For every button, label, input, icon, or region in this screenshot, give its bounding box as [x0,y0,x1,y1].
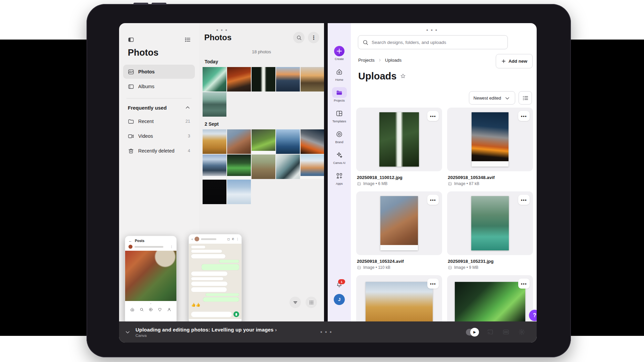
photo-aurora-over-bridge[interactable] [227,155,251,179]
card-filename: 20250918_105324.avif [357,259,442,264]
photo-tree-silhouette-sunset[interactable] [301,67,324,92]
sidebar-item-label: Recent [138,119,154,124]
cast-icon[interactable] [487,328,494,336]
profile-icon [167,307,171,312]
photo-rabbit-in-snow[interactable] [227,180,251,204]
breadcrumb-projects[interactable]: Projects [358,58,375,63]
rail-item-apps[interactable]: Apps [332,170,347,185]
photo-aerial-teal-river[interactable] [203,67,226,92]
card-meta: Image • 9 MB [448,265,533,270]
chat-bubble-incoming [191,254,225,258]
rail-item-canva-ai[interactable]: Canva AI [332,149,347,165]
photo-caption-strip [252,151,275,154]
photo-mountain-lake-reflection[interactable] [276,67,300,92]
chat-message-input [191,312,232,317]
photo-volcano-smoke[interactable] [301,129,324,154]
photo-cow-pasture[interactable] [252,155,275,179]
sidebar-item-recent[interactable]: Recent21 [123,114,195,128]
chat-bubble-incoming [191,282,227,286]
teal-valley-river-image [471,196,509,250]
card-more-button[interactable]: ••• [518,279,530,289]
frequently-used-heading: Frequently used [128,105,167,111]
photo-caption-strip [227,176,251,179]
chat-app-thumbnail[interactable]: ‹ ▢ ✆ ⋮ 👍👍 [189,234,242,324]
canva-rail: Create HomeProjectsTemplatesBrandCanva A… [328,23,351,343]
media-bar-handle[interactable]: • • • [320,329,332,335]
photo-blue-lake-mountains[interactable] [276,129,300,154]
card-filename: 20250918_105231.jpg [448,259,533,264]
templates-icon [336,110,343,117]
list-view-toggle[interactable] [519,91,532,105]
photo-island-lake-reflection[interactable] [203,92,226,117]
photo-waterfall-cave[interactable] [252,67,275,92]
star-icon[interactable] [400,73,406,79]
photo-aurora-sky[interactable] [252,129,275,154]
rail-item-brand[interactable]: Brand [332,129,347,144]
rail-item-projects[interactable]: Projects [332,87,347,102]
photos-more-button[interactable]: ⋮ [308,32,319,43]
split-view-divider[interactable] [324,23,328,343]
photo-glacier-ice[interactable] [276,155,300,179]
card-meta: Image • 110 kB [357,265,442,270]
settings-gear-icon[interactable] [518,328,525,336]
breadcrumb: Projects Uploads [358,58,401,63]
notifications-button[interactable]: 1 [336,282,342,289]
upload-card-20250918-110012-jpg[interactable]: •••20250918_110012.jpgImage • 6 MB [356,108,442,186]
plus-icon [501,59,506,64]
sidebar-item-albums[interactable]: Albums [123,79,195,94]
folder-icon [128,118,134,125]
image-file-icon [448,265,452,270]
rail-item-create[interactable]: Create [334,46,344,61]
chevron-up-icon[interactable] [184,105,191,111]
card-more-button[interactable]: ••• [427,279,439,289]
add-new-button[interactable]: Add new [496,54,533,68]
breadcrumb-uploads[interactable]: Uploads [385,58,402,63]
sidebar-toggle-icon[interactable] [128,37,134,43]
photo-caption-strip [301,176,324,179]
photo-canyon-sunset[interactable] [227,67,251,92]
photos-window-handle[interactable]: • • • [216,27,228,33]
view-options-icon[interactable] [184,37,191,43]
media-notification-bar[interactable]: Uploading and editing photos: Levelling … [119,321,537,343]
sidebar-item-videos[interactable]: Videos3 [123,129,195,143]
sidebar-item-recently-deleted[interactable]: Recently deleted4 [123,144,195,158]
sidebar-item-count: 4 [188,148,190,153]
painting-image [125,251,176,301]
photo-fjord-village[interactable] [203,155,226,179]
filter-button[interactable] [289,297,301,308]
rail-item-home[interactable]: Home [332,66,347,81]
sidebar-item-label: Videos [138,133,153,139]
card-more-button[interactable]: ••• [427,195,439,205]
chat-bubble-incoming [191,277,223,280]
upload-card-20250918-105324-avif[interactable]: •••20250918_105324.avifImage • 110 kB [356,191,442,270]
card-meta: Image • 87 kB [448,181,533,186]
photo-woman-portrait[interactable] [227,129,251,154]
upload-card-20250918-105231-jpg[interactable]: •••20250918_105231.jpgImage • 9 MB [447,191,533,270]
upload-card-20250918-105348-avif[interactable]: •••20250918_105348.avifImage • 87 kB [447,108,533,186]
user-avatar[interactable]: J [334,294,345,305]
sort-dropdown[interactable]: Newest edited [469,91,515,105]
sidebar-item-count: 3 [188,134,190,138]
posts-app-thumbnail[interactable]: ← Posts ⋮ • [125,236,177,324]
chat-bubble-incoming [191,287,227,292]
rail-item-templates[interactable]: Templates [332,108,347,123]
card-filename: 20250918_110012.jpg [357,175,442,180]
card-meta-text: Image • 6 MB [363,181,387,186]
canva-search-input[interactable]: Search designs, folders, and uploads [358,35,508,49]
card-more-button[interactable]: ••• [518,195,530,205]
photos-search-button[interactable] [293,32,305,43]
plus-icon [336,48,343,55]
card-more-button[interactable]: ••• [427,111,439,121]
autoplay-toggle[interactable]: ▶ [466,329,478,336]
photo-black-frame[interactable] [203,180,226,204]
photo-farmhouse-golden-field[interactable] [203,129,226,154]
photo-coastal-sunset[interactable] [301,155,324,179]
card-more-button[interactable]: ••• [518,111,530,121]
pip-icon[interactable] [502,328,509,336]
collapse-chevron-icon[interactable] [124,329,131,335]
grid-view-button[interactable] [306,297,317,308]
chat-menu-icon: ⋮ [236,238,239,241]
sidebar-item-photos[interactable]: Photos [123,65,195,79]
sidebar-item-label: Albums [138,84,154,89]
canva-window-handle[interactable]: • • • [426,27,438,33]
